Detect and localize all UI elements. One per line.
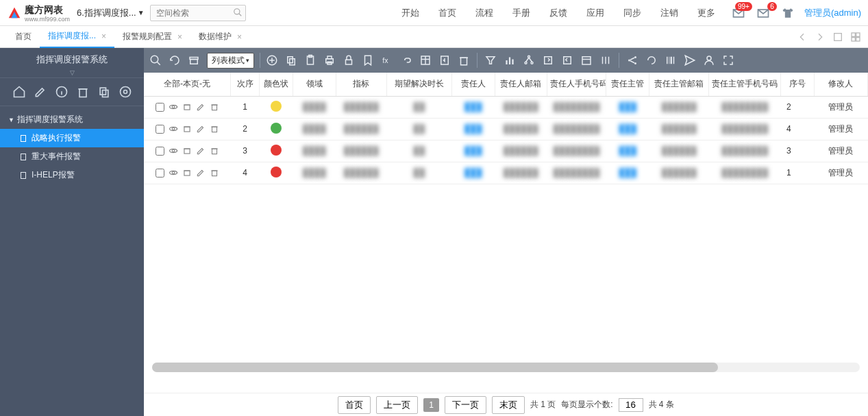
bookmark-icon[interactable] (362, 54, 374, 66)
archive-icon[interactable] (182, 124, 192, 134)
fx-icon[interactable]: fx (381, 54, 393, 66)
user-link[interactable]: 管理员(admin) (804, 7, 861, 19)
link-icon[interactable] (400, 54, 412, 66)
nav-start[interactable]: 开始 (392, 0, 429, 26)
archive-icon[interactable] (188, 54, 200, 66)
col-owner-email[interactable]: 责任人邮箱 (495, 73, 547, 96)
sidebar-collapse-icon[interactable]: ▽ (0, 70, 144, 78)
eye-icon[interactable] (169, 124, 178, 134)
delete-icon[interactable] (210, 124, 219, 134)
nav-logout[interactable]: 注销 (651, 0, 688, 26)
envelope-icon[interactable]: 6 (756, 6, 770, 20)
paste-icon[interactable] (304, 54, 317, 66)
share-icon[interactable] (626, 54, 638, 66)
filter-icon[interactable] (484, 54, 497, 66)
columns-icon[interactable] (599, 54, 612, 66)
edit-icon[interactable] (196, 168, 206, 178)
eye-icon[interactable] (169, 168, 178, 178)
sidebar-item-strategy-alarm[interactable]: 战略执行报警 (0, 129, 144, 147)
import-icon[interactable] (438, 54, 451, 66)
rotate-icon[interactable] (645, 54, 658, 66)
export-icon[interactable] (542, 54, 554, 66)
table-row[interactable]: 1███████████████████████████████████████… (144, 96, 868, 118)
archive-icon[interactable] (182, 168, 192, 178)
home-icon[interactable] (12, 85, 26, 99)
search-icon[interactable] (233, 8, 243, 17)
barcode-icon[interactable] (665, 54, 677, 66)
col-mod[interactable]: 修改人 (814, 73, 867, 96)
copy-icon[interactable] (285, 54, 297, 66)
search-input[interactable] (150, 5, 246, 21)
nav-sync[interactable]: 同步 (614, 0, 651, 26)
col-domain[interactable]: 领域 (293, 73, 336, 96)
row-checkbox[interactable] (156, 147, 164, 156)
col-mgr[interactable]: 责任主管 (606, 73, 649, 96)
col-order[interactable]: 次序 (231, 73, 260, 96)
trash-icon[interactable] (458, 54, 470, 66)
eye-icon[interactable] (169, 146, 178, 156)
table-row[interactable]: 2███████████████████████████████████████… (144, 118, 868, 140)
col-select-all[interactable]: 全部-本页-无 (144, 73, 231, 96)
edit-icon[interactable] (196, 102, 206, 112)
nav-app[interactable]: 应用 (577, 0, 614, 26)
tab-data-maint[interactable]: 数据维护× (190, 26, 250, 48)
close-icon[interactable]: × (101, 32, 106, 41)
col-metric[interactable]: 指标 (336, 73, 386, 96)
breadcrumb[interactable]: 6.指挥调度报... ▼ (77, 7, 145, 19)
refresh-icon[interactable] (169, 54, 181, 66)
print-icon[interactable] (323, 54, 336, 66)
pager-last[interactable]: 末页 (492, 396, 525, 414)
col-owner[interactable]: 责任人 (451, 73, 495, 96)
tab-tiles-icon[interactable] (850, 32, 861, 42)
col-owner-phone[interactable]: 责任人手机号码 (547, 73, 606, 96)
table-row[interactable]: 4███████████████████████████████████████… (144, 162, 868, 184)
nav-manual[interactable]: 手册 (503, 0, 540, 26)
pager-prev[interactable]: 上一页 (376, 396, 418, 414)
col-mgr-phone[interactable]: 责任主管手机号码 (708, 73, 780, 96)
shirt-icon[interactable] (781, 6, 795, 20)
delete-icon[interactable] (210, 168, 219, 178)
row-checkbox[interactable] (156, 169, 164, 178)
close-icon[interactable]: × (237, 32, 242, 42)
mail-icon[interactable]: 99+ (732, 6, 745, 20)
tab-alarm-rule[interactable]: 报警规则配置× (114, 26, 190, 48)
archive-icon[interactable] (182, 146, 192, 156)
col-color[interactable]: 颜色状 (260, 73, 293, 96)
pager-first[interactable]: 首页 (338, 396, 371, 414)
nav-home[interactable]: 首页 (429, 0, 466, 26)
copy-icon[interactable] (97, 85, 111, 99)
nav-feedback[interactable]: 反馈 (540, 0, 577, 26)
add-icon[interactable] (266, 54, 278, 66)
col-duration[interactable]: 期望解决时长 (386, 73, 451, 96)
nav-more[interactable]: 更多 (688, 0, 725, 26)
import2-icon[interactable] (561, 54, 573, 66)
tab-next-icon[interactable] (815, 32, 826, 42)
row-checkbox[interactable] (156, 125, 164, 134)
tree-root[interactable]: ▼指挥调度报警系统 (0, 110, 144, 129)
col-seq[interactable]: 序号 (781, 73, 815, 96)
tab-prev-icon[interactable] (797, 32, 808, 42)
row-checkbox[interactable] (156, 103, 164, 112)
chart-icon[interactable] (504, 54, 516, 66)
edit-icon[interactable] (196, 124, 206, 134)
table-row[interactable]: 3███████████████████████████████████████… (144, 140, 868, 162)
eye-icon[interactable] (169, 102, 178, 112)
info-icon[interactable] (55, 85, 69, 99)
search-icon[interactable] (149, 54, 162, 66)
delete-icon[interactable] (210, 146, 219, 156)
trash-icon[interactable] (76, 85, 90, 99)
tab-grid-icon[interactable] (832, 32, 843, 42)
edit-icon[interactable] (196, 146, 206, 156)
sidebar-item-ihelp[interactable]: I-HELP报警 (0, 166, 144, 184)
fullscreen-icon[interactable] (722, 54, 734, 66)
calendar-icon[interactable] (580, 54, 593, 66)
sidebar-item-major-event[interactable]: 重大事件报警 (0, 147, 144, 166)
delete-icon[interactable] (210, 102, 219, 112)
scrollbar-thumb[interactable] (152, 363, 718, 372)
send-icon[interactable] (684, 54, 696, 66)
horizontal-scrollbar[interactable] (152, 363, 860, 372)
tree-icon[interactable] (523, 54, 535, 66)
view-mode-selector[interactable]: 列表模式▾ (207, 53, 254, 69)
settings-icon[interactable] (119, 85, 132, 99)
edit-icon[interactable] (34, 85, 47, 99)
